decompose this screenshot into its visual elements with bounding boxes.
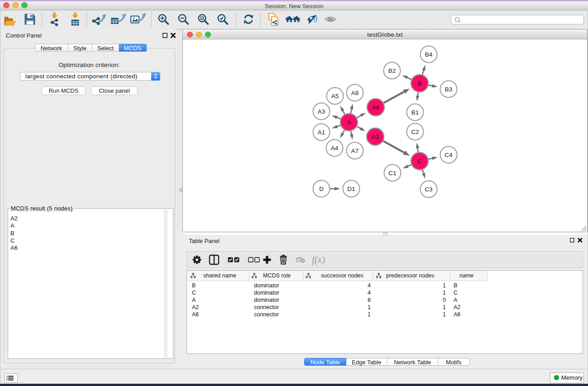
svg-text:A1: A1 [318, 129, 325, 136]
svg-text:A5: A5 [331, 93, 339, 100]
svg-text:A4: A4 [331, 145, 339, 152]
svg-text:A2: A2 [372, 133, 379, 140]
svg-text:B3: B3 [445, 86, 453, 93]
svg-text:C2: C2 [411, 129, 419, 135]
svg-text:D1: D1 [347, 186, 355, 192]
svg-text:D: D [319, 186, 324, 192]
svg-text:A6: A6 [372, 104, 380, 111]
svg-text:C: C [417, 158, 422, 165]
svg-text:A8: A8 [351, 90, 359, 96]
svg-text:A: A [347, 119, 351, 126]
svg-text:C1: C1 [388, 170, 396, 176]
svg-text:C3: C3 [425, 186, 432, 193]
svg-text:A3: A3 [318, 108, 325, 115]
svg-text:B: B [417, 80, 421, 87]
svg-text:B2: B2 [388, 67, 396, 74]
svg-text:C4: C4 [445, 152, 453, 158]
svg-text:f(x): f(x) [312, 254, 325, 265]
svg-text:A7: A7 [351, 148, 359, 154]
svg-text:B4: B4 [425, 51, 433, 58]
svg-text:B1: B1 [411, 109, 419, 116]
